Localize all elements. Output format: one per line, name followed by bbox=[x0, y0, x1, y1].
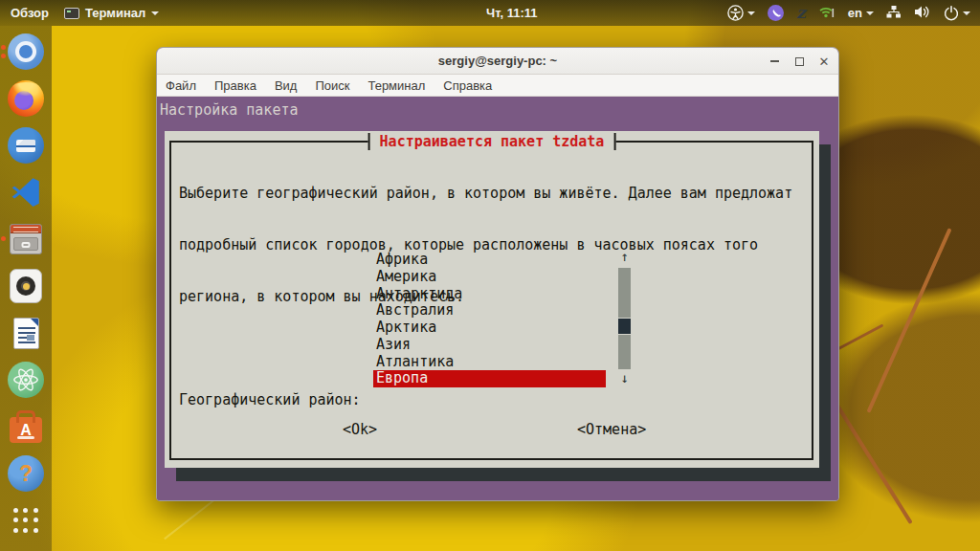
running-indicator bbox=[1, 54, 6, 58]
dock-firefox[interactable] bbox=[7, 79, 45, 118]
dock-atom[interactable] bbox=[7, 361, 45, 399]
keyboard-layout-label: en bbox=[848, 6, 862, 20]
dock-app-grid[interactable] bbox=[7, 501, 45, 540]
terminal-icon bbox=[64, 8, 79, 19]
running-indicator bbox=[1, 45, 6, 50]
leaf-stem bbox=[866, 228, 951, 412]
maximize-button[interactable] bbox=[791, 53, 808, 70]
ok-button[interactable]: <Ok> bbox=[343, 421, 377, 438]
volume-icon bbox=[914, 5, 931, 19]
dock-libreoffice-writer[interactable] bbox=[7, 314, 45, 352]
chevron-down-icon bbox=[151, 11, 159, 15]
scroll-up-icon[interactable]: ↑ bbox=[618, 250, 631, 263]
cancel-button[interactable]: <Отмена> bbox=[577, 421, 646, 438]
viber-icon[interactable] bbox=[768, 5, 784, 21]
dock-speaker[interactable] bbox=[7, 267, 45, 305]
speaker-icon bbox=[10, 269, 42, 303]
help-icon: ? bbox=[8, 455, 44, 492]
app-menu-label: Терминал bbox=[85, 6, 145, 20]
thunderbird-icon bbox=[8, 127, 44, 164]
dialog-title: Настраивается пакет tzdata bbox=[368, 133, 616, 150]
chevron-down-icon bbox=[747, 11, 755, 15]
list-item-selected[interactable]: Европа bbox=[373, 370, 606, 387]
writer-icon bbox=[13, 318, 39, 349]
terminal-menubar: Файл Правка Вид Поиск Терминал Справка bbox=[157, 75, 838, 97]
dock-chromium[interactable] bbox=[7, 33, 45, 71]
field-label: Географический район: bbox=[179, 391, 792, 408]
system-tray: z en bbox=[727, 0, 980, 26]
ethernet-icon bbox=[886, 5, 902, 19]
close-button[interactable]: ✕ bbox=[815, 53, 833, 70]
chevron-down-icon bbox=[963, 11, 970, 15]
menu-view[interactable]: Вид bbox=[275, 78, 298, 93]
window-title: sergiy@sergiy-pc: ~ bbox=[157, 54, 838, 68]
zulip-icon[interactable]: z bbox=[796, 5, 806, 21]
terminal-screen: Настройка пакета Настраивается пакет tzd… bbox=[157, 97, 838, 501]
clock-label: Чт, 11:11 bbox=[486, 6, 538, 20]
list-item[interactable]: Австралия bbox=[373, 302, 606, 320]
list-item[interactable]: Азия bbox=[373, 337, 606, 354]
list-item[interactable]: Антарктида bbox=[373, 286, 606, 303]
activities-button[interactable]: Обзор bbox=[11, 6, 49, 20]
accessibility-menu[interactable] bbox=[727, 5, 755, 21]
dock-thunderbird[interactable] bbox=[7, 126, 45, 165]
chromium-icon bbox=[8, 33, 44, 70]
accessibility-icon bbox=[727, 5, 744, 21]
scrollbar-track[interactable] bbox=[618, 268, 631, 318]
toolbox-icon: A bbox=[10, 417, 42, 443]
wifi-icon bbox=[818, 5, 835, 19]
power-menu[interactable] bbox=[944, 6, 970, 21]
list-scrollbar[interactable]: ↑ ↓ bbox=[618, 252, 631, 387]
debconf-backtitle: Настройка пакета bbox=[160, 101, 299, 119]
menu-search[interactable]: Поиск bbox=[315, 78, 349, 93]
firefox-icon bbox=[8, 80, 44, 117]
running-indicator bbox=[1, 236, 6, 241]
region-list: Африка Америка Антарктида Австралия Аркт… bbox=[373, 252, 606, 387]
wifi-menu[interactable] bbox=[818, 5, 835, 22]
desktop: Обзор Терминал Чт, 11:11 bbox=[0, 0, 980, 551]
ethernet-menu[interactable] bbox=[886, 5, 902, 22]
dock-help[interactable]: ? bbox=[7, 454, 45, 493]
menu-edit[interactable]: Правка bbox=[214, 78, 256, 93]
terminal-window: sergiy@sergiy-pc: ~ ✕ Файл Правка Вид По… bbox=[156, 47, 839, 501]
dock: A ? bbox=[0, 26, 52, 551]
app-menu-button[interactable]: Терминал bbox=[64, 6, 159, 20]
menu-terminal[interactable]: Терминал bbox=[368, 78, 425, 93]
scrollbar-track[interactable] bbox=[618, 335, 631, 369]
menu-help[interactable]: Справка bbox=[443, 78, 492, 93]
description-line: Выберите географический район, в котором… bbox=[179, 185, 792, 202]
keyboard-layout-menu[interactable]: en bbox=[848, 6, 874, 20]
menu-file[interactable]: Файл bbox=[166, 78, 196, 93]
dock-file-cabinet[interactable] bbox=[7, 220, 45, 258]
window-titlebar[interactable]: sergiy@sergiy-pc: ~ ✕ bbox=[157, 48, 838, 75]
scroll-down-icon[interactable]: ↓ bbox=[618, 371, 631, 385]
app-grid-icon bbox=[13, 508, 39, 534]
list-item[interactable]: Америка bbox=[373, 269, 606, 286]
list-item[interactable]: Африка bbox=[373, 252, 606, 269]
atom-icon bbox=[8, 362, 44, 398]
vscode-icon bbox=[10, 176, 42, 209]
top-panel: Обзор Терминал Чт, 11:11 bbox=[0, 0, 980, 26]
dock-orange-toolbox[interactable]: A bbox=[7, 408, 45, 446]
chevron-down-icon bbox=[866, 11, 874, 15]
power-icon bbox=[944, 6, 959, 21]
file-cabinet-icon bbox=[10, 224, 42, 254]
dock-vscode[interactable] bbox=[7, 173, 45, 211]
clock[interactable]: Чт, 11:11 bbox=[486, 0, 538, 26]
list-item[interactable]: Атлантика bbox=[373, 354, 606, 371]
scrollbar-thumb[interactable] bbox=[618, 319, 631, 334]
tzdata-dialog: Настраивается пакет tzdata Выберите геог… bbox=[165, 131, 819, 468]
list-item[interactable]: Арктика bbox=[373, 320, 606, 337]
volume-menu[interactable] bbox=[914, 5, 931, 22]
minimize-button[interactable] bbox=[766, 53, 783, 70]
